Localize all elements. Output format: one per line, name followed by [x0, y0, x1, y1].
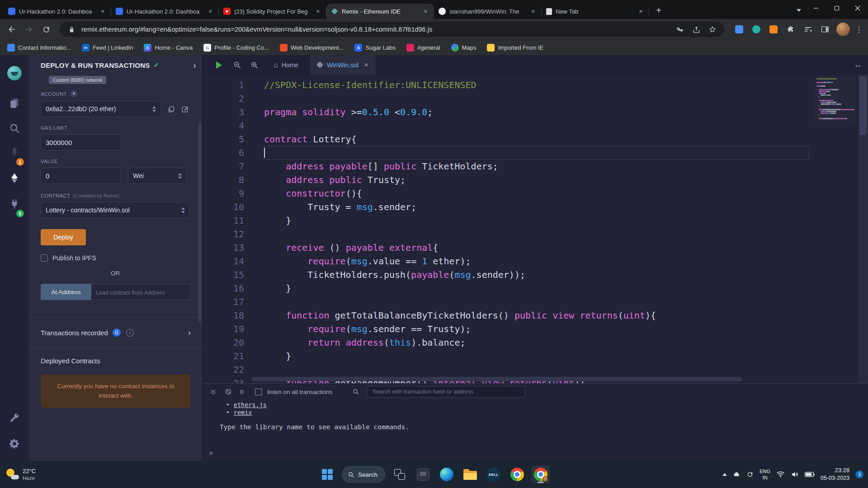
language-indicator[interactable]: ENG IN — [760, 468, 770, 481]
clear-console-icon[interactable] — [225, 388, 232, 395]
horizontal-scrollbar[interactable] — [251, 377, 809, 381]
scrollbar-thumb[interactable] — [859, 76, 867, 135]
at-address-input[interactable] — [91, 284, 191, 300]
close-tab-icon[interactable]: ✕ — [364, 62, 368, 68]
tab-close-icon[interactable]: ✕ — [99, 8, 107, 15]
contract-select[interactable]: Lottery - contracts/WinWin.sol — [41, 202, 190, 218]
bookmark-item[interactable]: SSugar Labs — [354, 44, 396, 52]
volume-icon[interactable] — [791, 470, 799, 479]
remix-link[interactable]: remix — [234, 409, 252, 416]
listen-all-checkbox[interactable] — [255, 389, 262, 395]
extension-teal-icon[interactable] — [750, 23, 762, 35]
code-line[interactable]: receive () payable external{ — [264, 241, 809, 254]
terminal-prompt[interactable]: > — [209, 449, 213, 457]
search-icon[interactable] — [8, 122, 21, 135]
tab-close-icon[interactable]: ✕ — [422, 8, 429, 15]
gas-limit-input[interactable] — [41, 134, 121, 150]
code-line[interactable] — [264, 146, 809, 160]
code-line[interactable]: constructor(){ — [264, 187, 809, 200]
browser-tab[interactable]: Ur-Hackathon 2.0: Dashboa✕ — [4, 4, 111, 19]
bookmark-star-icon[interactable] — [707, 24, 718, 35]
battery-icon[interactable] — [805, 472, 815, 477]
code-line[interactable]: require(msg.value == 1 ether); — [264, 254, 809, 268]
profile-avatar[interactable] — [836, 23, 850, 36]
edge-button[interactable] — [438, 465, 456, 483]
value-input[interactable] — [41, 168, 121, 184]
browser-menu-icon[interactable]: ⋮ — [854, 25, 863, 34]
account-select[interactable]: 0x8a2...22dbD (20 ether) — [41, 101, 161, 117]
code-line[interactable] — [264, 119, 809, 132]
at-address-button[interactable]: At Address — [41, 284, 91, 300]
terminal-search-input[interactable] — [368, 386, 525, 398]
extension-blue-icon[interactable] — [733, 23, 745, 35]
transactions-recorded-row[interactable]: Transactions recorded 0 i › — [29, 318, 203, 347]
reading-list-icon[interactable] — [802, 23, 814, 35]
bookmark-item[interactable]: Web Development... — [280, 44, 344, 52]
minimize-button[interactable] — [806, 0, 826, 16]
browser-tab[interactable]: New Tab✕ — [542, 4, 649, 19]
bookmark-item[interactable]: #general — [406, 44, 440, 52]
vertical-scrollbar[interactable] — [858, 75, 868, 383]
deploy-run-icon[interactable] — [8, 172, 21, 184]
url-text[interactable]: remix.ethereum.org/#lang=en&optimize=fal… — [81, 26, 669, 33]
panel-scrollbar[interactable] — [198, 123, 201, 322]
code-line[interactable] — [264, 92, 809, 105]
metamask-icon[interactable] — [768, 23, 779, 35]
code-editor[interactable]: 1234567891011121314151617181920212223 //… — [203, 75, 868, 383]
lock-icon[interactable] — [66, 24, 77, 35]
zoom-out-icon[interactable] — [230, 58, 244, 72]
browser-tab[interactable]: Remix - Ethereum IDE✕ — [326, 4, 434, 19]
code-line[interactable] — [264, 227, 809, 241]
bookmark-item[interactable]: Imported From IE — [487, 44, 543, 52]
bookmark-item[interactable]: Maps — [451, 44, 476, 52]
code-line[interactable]: address public Trusty; — [264, 173, 809, 187]
extensions-puzzle-icon[interactable] — [785, 23, 797, 35]
task-view-button[interactable] — [391, 465, 409, 483]
share-icon[interactable] — [691, 24, 702, 35]
tab-close-icon[interactable]: ✕ — [637, 8, 645, 15]
copy-icon[interactable] — [167, 105, 175, 113]
code-area[interactable]: //SPDX-License-Identifier:UNLICENSENSEDp… — [251, 75, 809, 383]
tab-close-icon[interactable]: ✕ — [529, 8, 537, 15]
expand-chevron-icon[interactable]: › — [188, 328, 191, 338]
expand-terminal-icon[interactable] — [210, 389, 217, 395]
code-line[interactable]: Trusty = msg.sender; — [264, 200, 809, 214]
code-line[interactable]: TicketHolders.push(payable(msg.sender)); — [264, 268, 809, 282]
password-key-icon[interactable] — [675, 24, 685, 35]
hidden-icons-chevron[interactable] — [722, 473, 727, 476]
chrome-active-button[interactable] — [532, 465, 550, 483]
code-line[interactable]: address payable[] public TicketHolders; — [264, 160, 809, 173]
settings-gear-icon[interactable] — [8, 437, 21, 450]
wifi-icon[interactable] — [776, 470, 785, 479]
chrome-button[interactable] — [508, 465, 526, 483]
close-button[interactable] — [847, 0, 868, 16]
tab-home[interactable]: ⌂ Home — [266, 55, 306, 75]
code-line[interactable]: pragma solidity >=0.5.0 <0.9.0; — [264, 105, 809, 119]
code-line[interactable]: } — [264, 214, 809, 227]
tab-close-icon[interactable]: ✕ — [314, 8, 322, 15]
plugin-manager-icon[interactable] — [8, 198, 21, 211]
zoom-in-icon[interactable] — [247, 58, 261, 72]
add-account-icon[interactable]: + — [71, 90, 77, 97]
scrollbar-thumb[interactable] — [251, 377, 742, 381]
solidity-compiler-icon[interactable] — [8, 145, 21, 158]
panel-collapse-chevron[interactable]: › — [193, 60, 196, 70]
taskbar-search[interactable]: Search — [342, 466, 385, 483]
clock[interactable]: 23:28 05-03-2023 — [821, 467, 849, 482]
publish-ipfs-checkbox[interactable] — [41, 254, 48, 262]
code-line[interactable]: } — [264, 282, 809, 295]
weather-widget[interactable]: 22°C Haze — [5, 468, 36, 482]
remix-logo[interactable] — [7, 66, 22, 80]
info-icon[interactable]: i — [126, 329, 134, 337]
code-line[interactable]: } — [264, 349, 809, 363]
value-unit-select[interactable]: Wei — [128, 168, 187, 184]
tab-winwin-sol[interactable]: WinWin.sol ✕ — [310, 55, 376, 75]
code-line[interactable]: //SPDX-License-Identifier:UNLICENSENSED — [264, 78, 809, 92]
expand-horizontal-icon[interactable]: ↔ — [854, 61, 862, 70]
sync-icon[interactable] — [746, 471, 754, 478]
forward-button[interactable] — [22, 22, 36, 37]
tab-close-icon[interactable]: ✕ — [207, 8, 214, 15]
notification-badge[interactable]: 3 — [855, 470, 863, 479]
dell-app-button[interactable]: DELL — [485, 465, 503, 483]
bookmark-item[interactable]: inFeed | LinkedIn — [82, 44, 133, 52]
